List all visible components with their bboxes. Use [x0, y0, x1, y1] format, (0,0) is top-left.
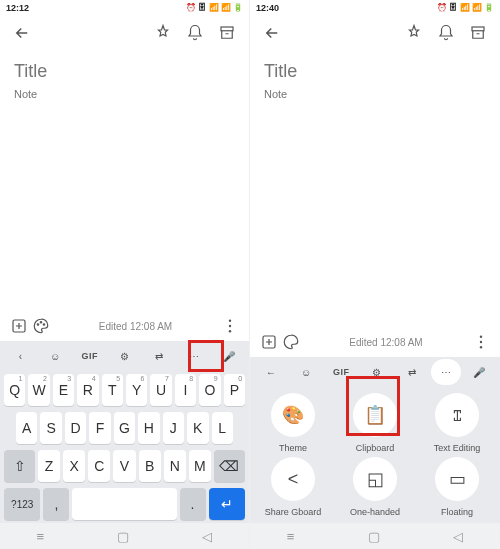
option-theme[interactable]: 🎨 Theme — [254, 393, 332, 453]
key-z[interactable]: Z — [38, 450, 60, 482]
archive-icon[interactable] — [215, 21, 239, 45]
translate-icon[interactable]: ⇄ — [143, 343, 176, 369]
key-g[interactable]: G — [114, 412, 135, 444]
svg-point-11 — [480, 341, 482, 343]
option-text-editing[interactable]: Ɪ Text Editing — [418, 393, 496, 453]
edit-bar: Edited 12:08 AM — [250, 327, 500, 357]
gif-button[interactable]: GIF — [73, 343, 106, 369]
key-v[interactable]: V — [113, 450, 135, 482]
enter-key[interactable]: ↵ — [209, 488, 245, 520]
edit-bar: Edited 12:08 AM — [0, 311, 249, 341]
key-c[interactable]: C — [88, 450, 110, 482]
app-bar — [0, 15, 249, 51]
space-key[interactable] — [72, 488, 176, 520]
key-y[interactable]: 6Y — [126, 374, 147, 406]
share-icon: < — [271, 457, 315, 501]
app-bar — [250, 15, 500, 51]
text-editing-icon: Ɪ — [435, 393, 479, 437]
key-a[interactable]: A — [16, 412, 37, 444]
nav-home-icon[interactable]: ▢ — [117, 529, 129, 544]
period-key[interactable]: . — [180, 488, 206, 520]
note-input[interactable] — [264, 86, 486, 102]
mic-icon[interactable]: 🎤 — [212, 343, 245, 369]
status-icons: ⏰ 🗄 📶 📶 🔋 — [186, 3, 243, 12]
shift-key[interactable]: ⇧ — [4, 450, 35, 482]
nav-recents-icon[interactable]: ≡ — [37, 529, 45, 544]
key-q[interactable]: 1Q — [4, 374, 25, 406]
key-b[interactable]: B — [139, 450, 161, 482]
kb-back-icon[interactable]: ← — [254, 359, 287, 385]
key-l[interactable]: L — [212, 412, 233, 444]
clipboard-icon: 📋 — [353, 393, 397, 437]
title-input[interactable] — [14, 57, 235, 86]
kb-back-icon[interactable]: ‹ — [4, 343, 37, 369]
reminder-icon[interactable] — [434, 21, 458, 45]
nav-bar: ≡ ▢ ◁ — [250, 523, 500, 549]
settings-icon[interactable]: ⚙ — [360, 359, 393, 385]
floating-icon: ▭ — [435, 457, 479, 501]
key-t[interactable]: 5T — [102, 374, 123, 406]
sticker-icon[interactable]: ☺ — [39, 343, 72, 369]
symbols-key[interactable]: ?123 — [4, 488, 40, 520]
back-icon[interactable] — [10, 21, 34, 45]
pin-icon[interactable] — [402, 21, 426, 45]
nav-bar: ≡ ▢ ◁ — [0, 523, 249, 549]
key-d[interactable]: D — [65, 412, 86, 444]
key-u[interactable]: 7U — [150, 374, 171, 406]
kb-row-1: 1Q 2W 3E 4R 5T 6Y 7U 8I 9O 0P — [0, 371, 249, 409]
add-icon[interactable] — [258, 331, 280, 353]
more-vert-icon[interactable] — [470, 331, 492, 353]
status-time: 12:12 — [6, 3, 29, 13]
palette-icon[interactable] — [30, 315, 52, 337]
svg-point-6 — [229, 325, 231, 327]
key-o[interactable]: 9O — [199, 374, 220, 406]
option-clipboard[interactable]: 📋 Clipboard — [336, 393, 414, 453]
option-share[interactable]: < Share Gboard — [254, 457, 332, 517]
theme-icon: 🎨 — [271, 393, 315, 437]
option-one-handed[interactable]: ◱ One-handed — [336, 457, 414, 517]
palette-icon[interactable] — [280, 331, 302, 353]
backspace-key[interactable]: ⌫ — [214, 450, 245, 482]
back-icon[interactable] — [260, 21, 284, 45]
nav-back-icon[interactable]: ◁ — [453, 529, 463, 544]
option-floating[interactable]: ▭ Floating — [418, 457, 496, 517]
nav-home-icon[interactable]: ▢ — [368, 529, 380, 544]
mic-icon[interactable]: 🎤 — [463, 359, 496, 385]
add-icon[interactable] — [8, 315, 30, 337]
nav-back-icon[interactable]: ◁ — [202, 529, 212, 544]
nav-recents-icon[interactable]: ≡ — [287, 529, 295, 544]
settings-icon[interactable]: ⚙ — [108, 343, 141, 369]
key-r[interactable]: 4R — [77, 374, 98, 406]
more-vert-icon[interactable] — [219, 315, 241, 337]
key-s[interactable]: S — [40, 412, 61, 444]
key-n[interactable]: N — [164, 450, 186, 482]
key-k[interactable]: K — [187, 412, 208, 444]
comma-key[interactable]: , — [43, 488, 69, 520]
more-horiz-icon[interactable]: ⋯ — [178, 343, 211, 369]
sticker-icon[interactable]: ☺ — [289, 359, 322, 385]
translate-icon[interactable]: ⇄ — [395, 359, 428, 385]
key-x[interactable]: X — [63, 450, 85, 482]
archive-icon[interactable] — [466, 21, 490, 45]
svg-point-10 — [480, 336, 482, 338]
note-content — [250, 51, 500, 327]
edited-label: Edited 12:08 AM — [302, 337, 470, 348]
svg-point-2 — [37, 324, 39, 326]
key-h[interactable]: H — [138, 412, 159, 444]
title-input[interactable] — [264, 57, 486, 86]
kb-row-2: A S D F G H J K L — [0, 409, 249, 447]
key-p[interactable]: 0P — [224, 374, 245, 406]
phone-left: 12:12 ⏰ 🗄 📶 📶 🔋 Edited 12:08 AM ‹ ☺ GIF — [0, 0, 250, 549]
reminder-icon[interactable] — [183, 21, 207, 45]
gif-button[interactable]: GIF — [325, 359, 358, 385]
note-input[interactable] — [14, 86, 235, 102]
more-horiz-icon[interactable]: ⋯ — [431, 359, 461, 385]
key-w[interactable]: 2W — [28, 374, 49, 406]
key-i[interactable]: 8I — [175, 374, 196, 406]
key-m[interactable]: M — [189, 450, 211, 482]
key-f[interactable]: F — [89, 412, 110, 444]
key-j[interactable]: J — [163, 412, 184, 444]
one-handed-icon: ◱ — [353, 457, 397, 501]
key-e[interactable]: 3E — [53, 374, 74, 406]
pin-icon[interactable] — [151, 21, 175, 45]
